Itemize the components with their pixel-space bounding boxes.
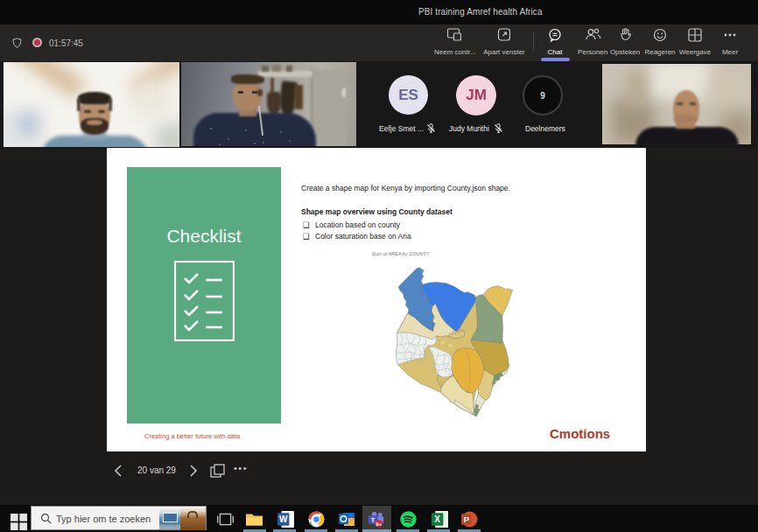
svg-text:P: P [464,514,470,524]
svg-text:9+: 9+ [375,521,382,527]
svg-text:W: W [279,514,288,524]
svg-text:X: X [434,514,440,524]
svg-text:T: T [371,516,375,524]
